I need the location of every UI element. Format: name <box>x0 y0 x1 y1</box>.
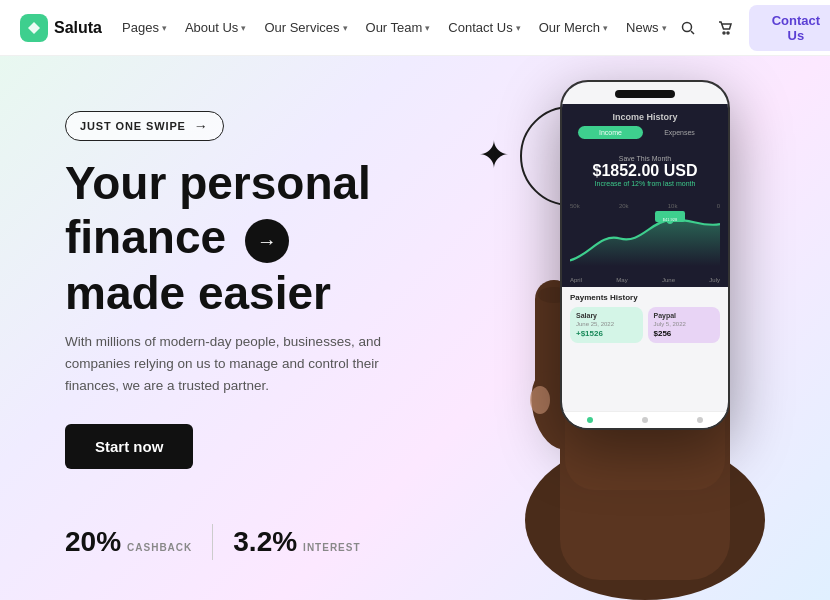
contact-us-button[interactable]: Contact Us <box>749 5 830 51</box>
svg-point-16 <box>530 386 550 414</box>
nav-dot-3[interactable] <box>697 417 703 423</box>
chevron-down-icon: ▾ <box>425 23 430 33</box>
phone-tabs: Income Expenses <box>578 126 712 139</box>
phone-mockup: Income History Income Expenses Save This… <box>410 56 830 600</box>
nav-contact[interactable]: Contact Us ▾ <box>440 14 528 41</box>
phone-notch <box>615 90 675 98</box>
chart-svg: $41,928 <box>570 211 720 266</box>
save-label: Save This Month <box>572 155 718 162</box>
badge-arrow-icon: → <box>194 118 209 134</box>
phone-title: Income History <box>572 112 718 122</box>
brand-logo[interactable]: Saluta <box>20 14 102 42</box>
title-line-1: Your personal <box>65 159 371 207</box>
chevron-down-icon: ▾ <box>662 23 667 33</box>
hero-subtitle: With millions of modern-day people, busi… <box>65 331 405 396</box>
search-button[interactable] <box>675 12 702 44</box>
chevron-down-icon: ▾ <box>516 23 521 33</box>
svg-text:$41,928: $41,928 <box>663 217 678 222</box>
logo-icon <box>20 14 48 42</box>
stat-divider <box>212 524 213 560</box>
chart-y-labels: 50k 20k 10k 0 <box>570 203 720 209</box>
nav-dot-2[interactable] <box>642 417 648 423</box>
navbar: Saluta Pages ▾ About Us ▾ Our Services ▾… <box>0 0 830 56</box>
hero-badge[interactable]: JUST ONE SWIPE → <box>65 111 224 141</box>
nav-news[interactable]: News ▾ <box>618 14 675 41</box>
cart-button[interactable] <box>712 12 739 44</box>
start-now-button[interactable]: Start now <box>65 424 193 469</box>
phone-chart: 50k 20k 10k 0 <box>562 197 728 277</box>
chevron-down-icon: ▾ <box>241 23 246 33</box>
chevron-down-icon: ▾ <box>603 23 608 33</box>
chart-months: April May June July <box>562 277 728 287</box>
tab-expenses[interactable]: Expenses <box>647 126 712 139</box>
svg-point-2 <box>723 32 725 34</box>
arrow-circle-button[interactable]: → <box>245 219 289 263</box>
phone-bottom-nav <box>562 411 728 428</box>
svg-line-1 <box>691 31 694 34</box>
stat-interest: 3.2% INTEREST <box>233 526 360 558</box>
nav-team[interactable]: Our Team ▾ <box>358 14 439 41</box>
nav-about-us[interactable]: About Us ▾ <box>177 14 254 41</box>
nav-pages[interactable]: Pages ▾ <box>114 14 175 41</box>
brand-name: Saluta <box>54 19 102 37</box>
phone-frame: Income History Income Expenses Save This… <box>560 80 730 430</box>
svg-point-0 <box>683 22 692 31</box>
chevron-down-icon: ▾ <box>162 23 167 33</box>
phone-payments: Payments History Salary June 25, 2022 +$… <box>562 287 728 349</box>
nav-services[interactable]: Our Services ▾ <box>256 14 355 41</box>
phone-amount: $1852.00 USD <box>572 162 718 180</box>
phone-header: Income History Income Expenses <box>562 104 728 149</box>
phone-increase: Increase of 12% from last month <box>572 180 718 187</box>
hero-stats: 20% CASHBACK 3.2% INTEREST <box>65 524 361 560</box>
nav-actions: Contact Us <box>675 5 830 51</box>
payment-cards: Salary June 25, 2022 +$1526 Paypal July … <box>570 307 720 343</box>
tab-income[interactable]: Income <box>578 126 643 139</box>
chevron-down-icon: ▾ <box>343 23 348 33</box>
stat-cashback: 20% CASHBACK <box>65 526 192 558</box>
nav-items: Pages ▾ About Us ▾ Our Services ▾ Our Te… <box>114 14 675 41</box>
nav-merch[interactable]: Our Merch ▾ <box>531 14 616 41</box>
phone-amount-section: Save This Month $1852.00 USD Increase of… <box>562 149 728 197</box>
nav-dot-1[interactable] <box>587 417 593 423</box>
payment-card-salary: Salary June 25, 2022 +$1526 <box>570 307 643 343</box>
hero-section: ✦ JUST ONE SWIPE → Your personal finance… <box>0 56 830 600</box>
svg-point-3 <box>727 32 729 34</box>
phone-screen: Income History Income Expenses Save This… <box>562 82 728 428</box>
title-line-3: made easier <box>65 269 331 317</box>
title-line-2: finance → <box>65 213 289 263</box>
hero-content: JUST ONE SWIPE → Your personal finance →… <box>65 111 445 469</box>
payments-title: Payments History <box>570 293 720 302</box>
hero-title: Your personal finance → made easier <box>65 159 445 317</box>
payment-card-paypal: Paypal July 5, 2022 $256 <box>648 307 721 343</box>
